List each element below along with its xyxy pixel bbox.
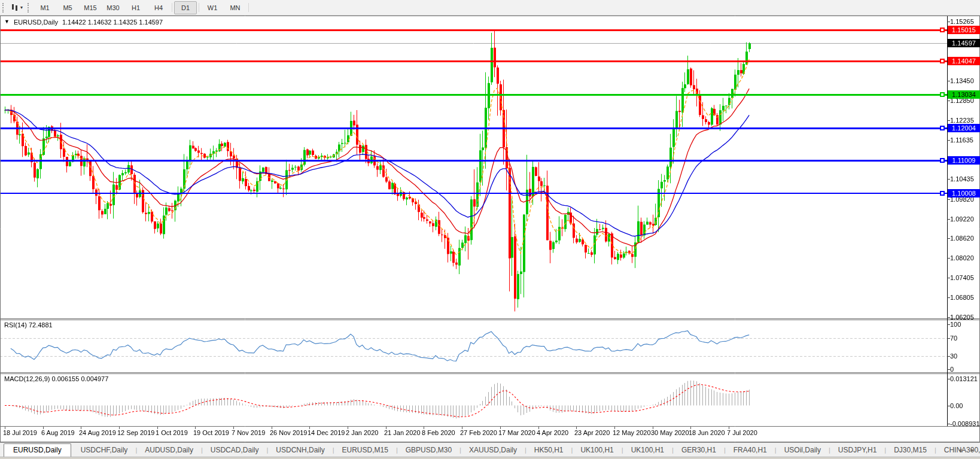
level-price-badge: 1.13034	[948, 90, 980, 99]
tab-usdjpy-h1[interactable]: USDJPY,H1	[830, 444, 884, 457]
chart-title: ▼ EURUSD,Daily 1.14422 1.14632 1.14325 1…	[4, 19, 163, 26]
macd-scale-label: 0.013121	[950, 375, 978, 382]
rsi-scale-label: 100	[950, 321, 961, 328]
date-label: 21 Jan 2020	[384, 429, 421, 436]
tab-scroll-right-button[interactable]: ►	[970, 447, 975, 453]
date-label: 18 Jun 2020	[689, 429, 725, 436]
ohlc-values: 1.14422 1.14632 1.14325 1.14597	[62, 19, 163, 26]
price-tick-label: 1.12235	[950, 117, 974, 124]
tab-usdchf-daily[interactable]: USDCHF,Daily	[73, 444, 136, 457]
symbol-period-label: EURUSD,Daily	[14, 19, 58, 26]
rsi-scale-label: 70	[950, 335, 957, 342]
price-tick-label: 1.07405	[950, 274, 974, 281]
tab-usdcnh-daily[interactable]: USDCNH,Daily	[268, 444, 332, 457]
tab-eurusd-m15[interactable]: EURUSD,M15	[334, 444, 396, 457]
rsi-label: RSI(14) 72.4881	[4, 321, 53, 329]
date-label: 23 Apr 2020	[574, 429, 610, 436]
hline-marker[interactable]	[940, 92, 945, 97]
rsi-scale-label: 0	[950, 366, 954, 373]
date-label: 14 Dec 2019	[308, 429, 345, 436]
tab-gbpusd-m30[interactable]: GBPUSD,M30	[398, 444, 459, 457]
tab-scroll-buttons: ◄ ►	[957, 447, 975, 453]
date-label: 24 Aug 2019	[79, 429, 116, 436]
hline-marker[interactable]	[940, 191, 945, 196]
date-label: 1 Oct 2019	[156, 429, 188, 436]
chart-dropdown-icon[interactable]: ▼	[4, 19, 10, 26]
date-label: 4 Apr 2020	[537, 429, 568, 436]
level-price-badge: 1.11009	[948, 156, 980, 165]
hline-marker[interactable]	[940, 158, 945, 163]
price-tick-label: 1.08620	[950, 235, 974, 242]
date-label: 30 May 2020	[651, 429, 689, 436]
tab-uk100-h1[interactable]: UK100,H1	[623, 444, 672, 457]
tab-usdcad-daily[interactable]: USDCAD,Daily	[203, 444, 267, 457]
tab-scroll-left-button[interactable]: ◄	[957, 447, 963, 453]
date-label: 6 Aug 2019	[41, 429, 75, 436]
hline-marker[interactable]	[940, 126, 945, 130]
date-label: 26 Nov 2019	[270, 429, 307, 436]
date-label: 17 Mar 2020	[498, 429, 535, 436]
price-chart-canvas[interactable]	[0, 0, 980, 459]
hline-marker[interactable]	[940, 59, 945, 63]
price-tick-label: 1.09220	[950, 215, 974, 223]
macd-label: MACD(12,26,9) 0.006155 0.004977	[4, 375, 108, 382]
status-bar	[0, 457, 980, 459]
tab-usoil-daily[interactable]: USOil,Daily	[777, 444, 829, 457]
date-label: 8 Feb 2020	[422, 429, 455, 436]
date-label: 2 Jan 2020	[346, 429, 378, 436]
date-label: 12 May 2020	[613, 429, 651, 436]
price-tick-label: 1.06805	[950, 294, 974, 301]
tab-eurusd-daily[interactable]: EURUSD,Daily	[4, 443, 71, 457]
chart-tab-bar: EURUSD,DailyUSDCHF,Daily|AUDUSD,Daily|US…	[0, 442, 980, 457]
rsi-scale-label: 30	[950, 352, 957, 360]
tab-hk50-h1[interactable]: HK50,H1	[526, 444, 571, 457]
level-price-badge: 1.10008	[948, 189, 980, 197]
tab-ger30-h1[interactable]: GER30,H1	[674, 444, 724, 457]
tab-fra40-h1[interactable]: FRA40,H1	[726, 444, 775, 457]
tab-audusd-daily[interactable]: AUDUSD,Daily	[137, 444, 201, 457]
date-label: 19 Oct 2019	[193, 429, 229, 436]
level-price-badge: 1.14047	[948, 57, 980, 65]
date-label: 12 Sep 2019	[117, 429, 154, 436]
price-tick-label: 1.15265	[950, 18, 974, 25]
macd-scale-label: 0.00	[950, 402, 963, 409]
level-price-badge: 1.15015	[948, 26, 980, 34]
date-label: 27 Feb 2020	[460, 429, 497, 436]
price-tick-label: 1.08020	[950, 254, 974, 262]
level-price-badge: 1.12004	[948, 124, 980, 132]
hline-marker[interactable]	[940, 28, 945, 32]
price-tick-label: 1.06205	[950, 314, 974, 321]
tab-dj30-m15[interactable]: DJ30,M15	[886, 444, 935, 457]
date-label: 7 Jul 2020	[727, 429, 757, 436]
current-price-badge: 1.14597	[948, 39, 980, 47]
macd-scale-label: -0.008931	[950, 420, 980, 427]
date-label: 7 Nov 2019	[232, 429, 265, 436]
tab-xauusd-daily[interactable]: XAUUSD,Daily	[461, 444, 525, 457]
price-tick-label: 1.11635	[950, 136, 973, 144]
price-tick-label: 1.13450	[950, 77, 974, 84]
chart-tabs: EURUSD,DailyUSDCHF,Daily|AUDUSD,Daily|US…	[4, 443, 980, 457]
tab-uk100-h1[interactable]: UK100,H1	[573, 444, 621, 457]
date-label: 18 Jul 2019	[3, 429, 37, 436]
price-tick-label: 1.10435	[950, 175, 974, 183]
